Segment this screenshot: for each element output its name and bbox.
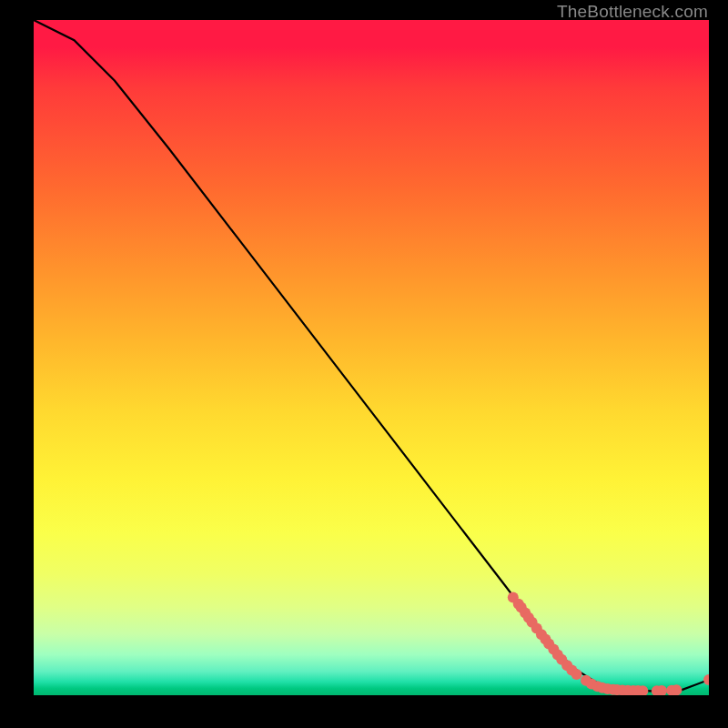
data-point <box>703 674 709 685</box>
data-point <box>671 684 682 695</box>
chart-svg <box>34 20 709 695</box>
watermark-text: TheBottleneck.com <box>557 2 708 22</box>
data-point <box>571 669 582 680</box>
scatter-points <box>508 592 709 695</box>
plot-area <box>34 20 709 695</box>
curve-line <box>34 20 709 692</box>
